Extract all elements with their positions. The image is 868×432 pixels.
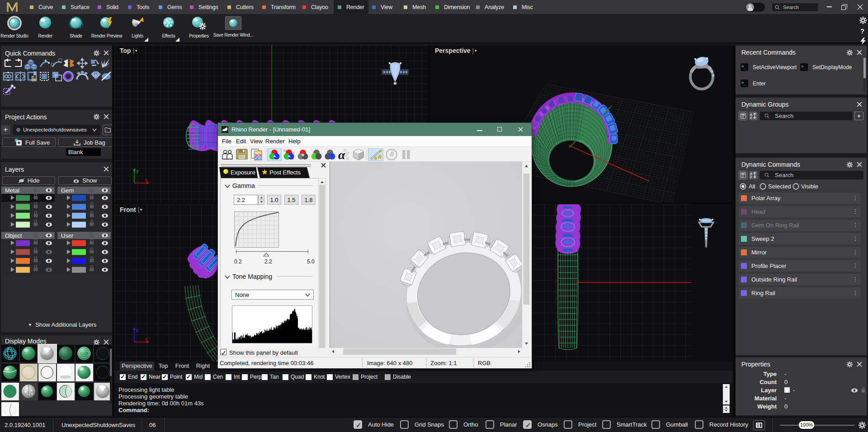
svg-text:A: A (750, 113, 752, 116)
svg-text:Z: Z (750, 175, 752, 178)
svg-text:z: z (136, 327, 139, 333)
svg-text:α: α (338, 148, 345, 161)
svg-text:y: y (136, 168, 139, 174)
svg-text:A: A (750, 172, 752, 175)
svg-text:x: x (145, 336, 148, 342)
svg-text:x: x (145, 177, 148, 183)
svg-text:Z: Z (750, 116, 752, 119)
